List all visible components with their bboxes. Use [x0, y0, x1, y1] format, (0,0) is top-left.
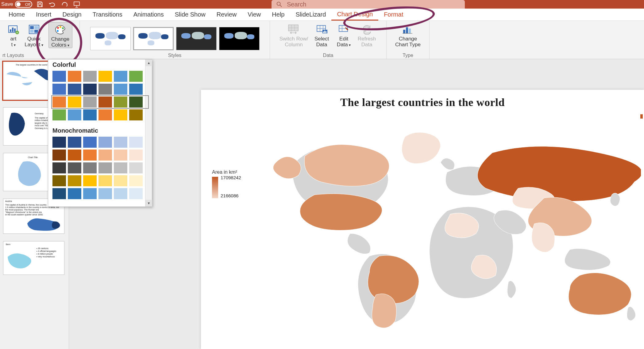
- tab-design[interactable]: Design: [57, 9, 87, 20]
- slide-thumb-5[interactable]: Bern • 26 cantons• 4 official languages•…: [3, 241, 64, 275]
- tab-transitions[interactable]: Transitions: [87, 9, 128, 20]
- change-colors-button[interactable]: Change Colors: [48, 22, 72, 48]
- slide[interactable]: The largest countries in the world Area …: [201, 90, 644, 349]
- color-swatch[interactable]: [98, 71, 112, 82]
- color-swatch[interactable]: [98, 137, 112, 148]
- color-swatch[interactable]: [114, 84, 127, 95]
- color-row[interactable]: [52, 150, 148, 161]
- color-swatch[interactable]: [83, 71, 97, 82]
- color-swatch[interactable]: [52, 150, 66, 161]
- color-swatch[interactable]: [98, 97, 112, 108]
- color-swatch[interactable]: [129, 162, 143, 173]
- tab-animations[interactable]: Animations: [128, 9, 169, 20]
- color-swatch[interactable]: [52, 175, 66, 186]
- search-placeholder: Search: [287, 1, 306, 8]
- slideshow-start-icon[interactable]: [72, 1, 81, 8]
- color-swatch[interactable]: [52, 188, 66, 199]
- color-swatch[interactable]: [83, 84, 97, 95]
- color-swatch[interactable]: [68, 71, 81, 82]
- edit-data-button[interactable]: Edit Data: [334, 22, 353, 47]
- undo-icon[interactable]: [48, 1, 57, 8]
- slide-canvas-area[interactable]: The largest countries in the world Area …: [69, 59, 644, 349]
- chart-style-2[interactable]: [133, 27, 174, 50]
- color-swatch[interactable]: [98, 188, 112, 199]
- color-swatch[interactable]: [83, 109, 97, 120]
- color-row[interactable]: [52, 175, 148, 186]
- color-swatch[interactable]: [98, 150, 112, 161]
- tab-view[interactable]: View: [242, 9, 266, 20]
- tab-insert[interactable]: Insert: [30, 9, 57, 20]
- scroll-up-icon[interactable]: ▲: [145, 59, 152, 66]
- color-swatch[interactable]: [129, 97, 143, 108]
- chart-style-3[interactable]: [176, 27, 217, 50]
- color-swatch[interactable]: [83, 150, 97, 161]
- save-icon[interactable]: [35, 1, 44, 8]
- color-swatch[interactable]: [129, 84, 143, 95]
- color-swatch[interactable]: [98, 162, 112, 173]
- color-swatch[interactable]: [114, 150, 127, 161]
- color-swatch[interactable]: [68, 84, 81, 95]
- color-swatch[interactable]: [129, 175, 143, 186]
- color-swatch[interactable]: [98, 175, 112, 186]
- color-swatch[interactable]: [114, 109, 127, 120]
- color-swatch[interactable]: [129, 109, 143, 120]
- color-swatch[interactable]: [52, 137, 66, 148]
- chart-style-4[interactable]: [219, 27, 260, 50]
- color-swatch[interactable]: [98, 109, 112, 120]
- tab-home[interactable]: Home: [3, 9, 30, 20]
- color-swatch[interactable]: [114, 175, 127, 186]
- tab-slideshow[interactable]: Slide Show: [169, 9, 211, 20]
- autosave-toggle[interactable]: Save Off: [1, 1, 32, 8]
- color-row[interactable]: [52, 109, 148, 120]
- scroll-down-icon[interactable]: ▼: [145, 200, 152, 207]
- color-swatch[interactable]: [83, 188, 97, 199]
- add-chart-element-button[interactable]: + art t: [7, 22, 20, 47]
- quick-layout-button[interactable]: Quick Layout: [22, 22, 46, 47]
- change-chart-type-button[interactable]: Change Chart Type: [391, 22, 425, 47]
- color-row[interactable]: [52, 97, 148, 108]
- color-swatch[interactable]: [83, 162, 97, 173]
- select-data-button[interactable]: Select Data: [312, 22, 332, 47]
- color-swatch[interactable]: [68, 137, 81, 148]
- tab-review[interactable]: Review: [211, 9, 242, 20]
- color-swatch[interactable]: [68, 109, 81, 120]
- color-row[interactable]: [52, 137, 148, 148]
- color-row[interactable]: [52, 162, 148, 173]
- tab-chart-design[interactable]: Chart Design: [331, 9, 378, 21]
- redo-icon[interactable]: [60, 1, 69, 8]
- chart-style-1[interactable]: [90, 27, 131, 50]
- tab-slidelizard[interactable]: SlideLizard: [290, 9, 331, 20]
- color-swatch[interactable]: [114, 71, 127, 82]
- color-swatch[interactable]: [68, 188, 81, 199]
- color-swatch[interactable]: [52, 97, 66, 108]
- tab-format[interactable]: Format: [378, 9, 409, 20]
- tab-help[interactable]: Help: [266, 9, 290, 20]
- color-swatch[interactable]: [114, 188, 127, 199]
- search-box[interactable]: Search: [272, 0, 465, 9]
- color-swatch[interactable]: [114, 162, 127, 173]
- color-swatch[interactable]: [52, 162, 66, 173]
- color-row[interactable]: [52, 188, 148, 199]
- color-swatch[interactable]: [52, 84, 66, 95]
- color-swatch[interactable]: [52, 71, 66, 82]
- color-swatch[interactable]: [52, 109, 66, 120]
- color-swatch[interactable]: [98, 84, 112, 95]
- color-swatch[interactable]: [114, 137, 127, 148]
- color-swatch[interactable]: [129, 188, 143, 199]
- color-swatch[interactable]: [129, 150, 143, 161]
- color-row[interactable]: [52, 84, 148, 95]
- color-swatch[interactable]: [83, 137, 97, 148]
- color-swatch[interactable]: [114, 97, 127, 108]
- palette-icon: [54, 24, 67, 35]
- color-swatch[interactable]: [129, 137, 143, 148]
- color-swatch[interactable]: [83, 97, 97, 108]
- color-swatch[interactable]: [68, 162, 81, 173]
- color-swatch[interactable]: [83, 175, 97, 186]
- color-row[interactable]: [52, 71, 148, 82]
- color-swatch[interactable]: [68, 150, 81, 161]
- color-swatch[interactable]: [68, 175, 81, 186]
- autosave-toggle-switch[interactable]: Off: [15, 1, 32, 8]
- world-map-chart[interactable]: [253, 108, 641, 346]
- color-swatch[interactable]: [129, 71, 143, 82]
- color-swatch[interactable]: [68, 97, 81, 108]
